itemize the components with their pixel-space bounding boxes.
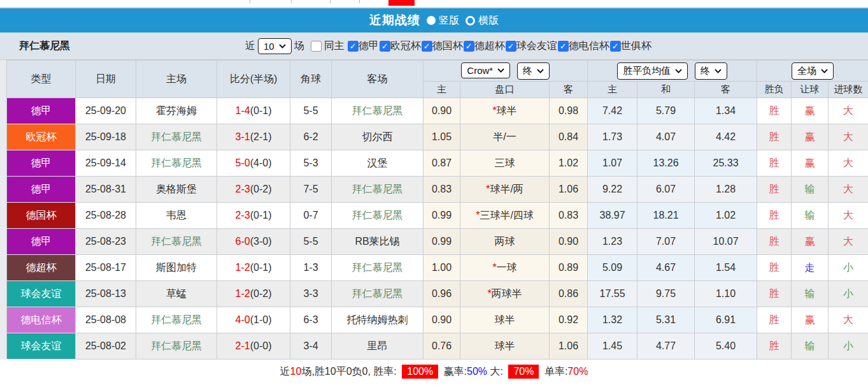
league-badge: 球会友谊 xyxy=(7,281,76,307)
col-header-corners: 角球 xyxy=(290,61,332,98)
league-filter-item: ✓世俱杯 xyxy=(610,40,651,53)
league-checkbox[interactable]: ✓ xyxy=(348,41,359,52)
summary-segment: 100% xyxy=(402,365,438,379)
league-checkbox[interactable]: ✓ xyxy=(422,41,432,52)
league-checkbox-label: 德国杯 xyxy=(432,40,463,53)
asian-away-odds: 0.90 xyxy=(550,229,588,255)
handicap-star: * xyxy=(476,210,480,221)
top-red-tab[interactable] xyxy=(388,0,415,6)
corners: 7-5 xyxy=(290,177,332,203)
handicap-star: * xyxy=(487,288,491,299)
view-option-horizontal[interactable]: 横版 xyxy=(466,14,499,27)
europe-odds-select[interactable]: 胜平负均值 xyxy=(617,62,688,80)
handicap-outcome: 输 xyxy=(792,177,829,203)
handicap-outcome: 输 xyxy=(792,281,829,307)
europe-away-odds: 6.91 xyxy=(695,307,757,333)
chevron-down-icon xyxy=(675,69,682,73)
col-header-type: 类型 xyxy=(7,61,76,98)
col-header-asian-home: 主 xyxy=(423,82,460,98)
home-team: 拜仁慕尼黑 xyxy=(136,307,217,333)
full-score: 1-2 xyxy=(236,262,250,273)
match-row: 德甲25-09-20霍芬海姆1-4(0-1)5-5拜仁慕尼黑0.90*球半0.9… xyxy=(7,98,868,124)
summary-segment: 场,胜10平0负0, 胜率: xyxy=(301,365,399,379)
summary-segment: 70% xyxy=(508,365,539,379)
match-date: 25-09-14 xyxy=(76,150,136,177)
europe-away-odds: 10.07 xyxy=(695,229,757,255)
view-option-vertical[interactable]: 竖版 xyxy=(427,14,459,27)
col-header-outcome: 胜负 xyxy=(757,82,792,98)
match-outcome: 胜 xyxy=(757,229,792,255)
asian-odds-group-header: Crow* 终 xyxy=(423,61,588,82)
match-row: 德超杯25-08-17斯图加特1-2(0-1)1-3拜仁慕尼黑1.00*一球0.… xyxy=(7,255,868,281)
full-score: 2-3 xyxy=(236,210,250,221)
result-group-header: 全场 xyxy=(757,61,868,82)
section-title: 近期战绩 xyxy=(369,12,420,29)
corners: 6-2 xyxy=(290,124,332,150)
league-checkbox[interactable]: ✓ xyxy=(464,41,474,52)
corners: 3-4 xyxy=(290,333,332,360)
asian-away-odds: 0.86 xyxy=(550,281,588,307)
top-divider-tick xyxy=(359,0,360,3)
goals-outcome: 大 xyxy=(829,307,868,333)
asian-away-odds: 0.92 xyxy=(550,307,588,333)
results-table-area: 类型 日期 主场 比分(半场) 角球 客场 Crow* 终 胜平负均值 xyxy=(0,60,868,360)
asian-period-select[interactable]: 终 xyxy=(517,62,550,80)
match-outcome: 胜 xyxy=(757,98,792,124)
league-checkbox[interactable]: ✓ xyxy=(506,41,516,52)
summary-bar: 近10场,胜10平0负0, 胜率: 100% 赢率:50% 大: 70% 单率:… xyxy=(0,360,868,384)
league-filter-item: ✓德国杯 xyxy=(422,40,463,53)
europe-away-odds: 1.10 xyxy=(695,281,757,307)
league-badge: 德国杯 xyxy=(7,203,76,229)
radio-selected-icon[interactable] xyxy=(427,16,436,25)
score-cell: 2-3(0-2) xyxy=(217,177,290,203)
europe-away-odds: 1.02 xyxy=(695,203,757,229)
league-checkbox[interactable]: ✓ xyxy=(380,41,390,52)
europe-away-odds: 1.34 xyxy=(695,98,757,124)
goals-outcome: 大 xyxy=(829,124,868,150)
match-row: 球会友谊25-08-02拜仁慕尼黑2-1(0-0)3-4里昂0.76球半1.06… xyxy=(7,333,868,360)
europe-draw-odds: 6.07 xyxy=(637,177,695,203)
view-option-horizontal-label: 横版 xyxy=(478,14,499,27)
asian-home-odds: 0.90 xyxy=(423,98,460,124)
asian-home-odds: 0.99 xyxy=(423,229,460,255)
half-score: (0-1) xyxy=(250,105,272,116)
league-checkbox[interactable]: ✓ xyxy=(610,41,621,52)
asian-away-odds: 0.84 xyxy=(550,124,588,150)
match-outcome: 胜 xyxy=(757,150,792,177)
match-date: 25-09-20 xyxy=(76,98,136,124)
league-checkbox[interactable]: ✓ xyxy=(558,41,569,52)
away-team: 拜仁慕尼黑 xyxy=(332,98,423,124)
score-cell: 6-0(3-0) xyxy=(217,229,290,255)
away-team: 拜仁慕尼黑 xyxy=(332,203,423,229)
score-cell: 1-4(0-1) xyxy=(217,98,290,124)
col-header-away: 客场 xyxy=(332,61,423,98)
handicap-outcome: 输 xyxy=(792,203,829,229)
league-filter-item: ✓德电信杯 xyxy=(558,40,609,53)
europe-home-odds: 38.97 xyxy=(588,203,637,229)
asian-handicap: 球半 xyxy=(460,307,550,333)
asian-away-odds: 1.06 xyxy=(550,333,588,360)
top-divider-tick xyxy=(291,0,292,3)
score-cell: 3-1(2-1) xyxy=(217,124,290,150)
handicap-star: * xyxy=(486,184,490,194)
recent-count-select[interactable]: 10 xyxy=(258,38,292,54)
asian-home-odds: 1.05 xyxy=(423,124,460,150)
full-score: 2-1 xyxy=(236,340,250,351)
same-host-checkbox[interactable] xyxy=(311,41,322,52)
home-team: 斯图加特 xyxy=(136,255,217,281)
league-badge: 德电信杯 xyxy=(7,307,76,333)
away-team: 切尔西 xyxy=(332,124,423,150)
result-scope-select[interactable]: 全场 xyxy=(792,62,834,80)
col-header-europe-home: 主 xyxy=(588,82,637,98)
europe-home-odds: 1.32 xyxy=(588,307,637,333)
away-team: 拜仁慕尼黑 xyxy=(332,281,423,307)
europe-period-select[interactable]: 终 xyxy=(695,62,727,80)
radio-unselected-icon[interactable] xyxy=(466,16,475,25)
corners: 1-3 xyxy=(290,255,332,281)
league-checkbox-label: 德超杯 xyxy=(474,40,505,53)
half-score: (0-0) xyxy=(250,340,272,351)
bookmaker-select[interactable]: Crow* xyxy=(461,62,510,78)
europe-draw-odds: 4.77 xyxy=(637,333,695,360)
half-score: (0-1) xyxy=(250,210,272,221)
score-cell: 1-2(0-2) xyxy=(217,281,290,307)
